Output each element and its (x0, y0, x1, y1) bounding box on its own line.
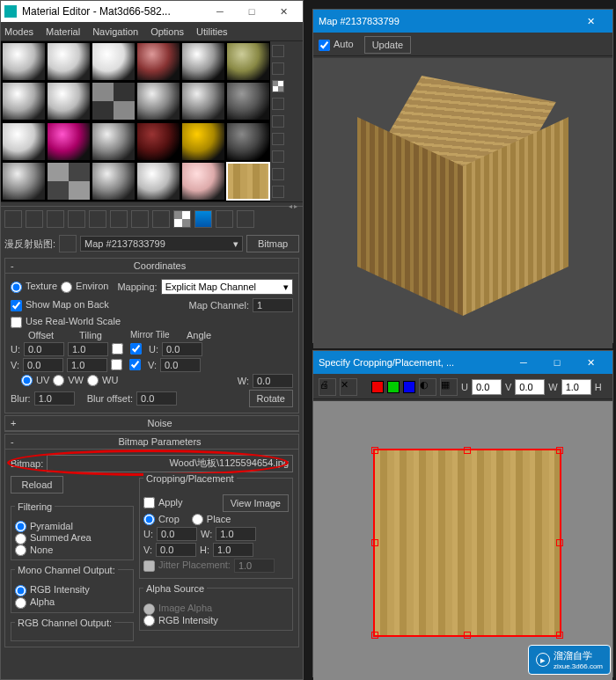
get-material-icon[interactable] (4, 210, 22, 228)
crop-u-field[interactable]: 0.0 (472, 379, 502, 395)
put-to-scene-icon[interactable] (26, 210, 43, 228)
place-radio[interactable]: Place (192, 514, 231, 526)
print-icon[interactable]: 🖨 (319, 378, 336, 396)
maximize-button[interactable]: □ (540, 351, 574, 374)
material-slot[interactable] (2, 82, 46, 121)
make-unique-icon[interactable] (110, 210, 128, 228)
bluroffset-spinner[interactable]: 0.0 (136, 391, 177, 406)
material-map-nav-icon[interactable] (272, 186, 284, 198)
mapping-dropdown[interactable]: Explicit Map Channel▾ (161, 279, 293, 295)
material-slot[interactable] (2, 42, 46, 81)
v-angle-spinner[interactable]: 0.0 (160, 358, 201, 372)
pyramidal-radio[interactable]: Pyramidal (15, 521, 73, 531)
map-preview-titlebar[interactable]: Map #2137833799 ✕ (313, 10, 612, 33)
crop-w-spinner[interactable]: 1.0 (216, 527, 256, 541)
menu-utilities[interactable]: Utilities (196, 26, 227, 37)
material-slot[interactable] (181, 82, 225, 121)
jitter-spinner[interactable]: 1.0 (234, 559, 275, 573)
menu-modes[interactable]: Modes (4, 26, 33, 37)
red-swatch[interactable] (371, 381, 384, 393)
close-button[interactable]: ✕ (574, 351, 607, 374)
bitmap-params-header[interactable]: -Bitmap Parameters (5, 435, 298, 450)
show-map-on-back-check[interactable]: Show Map on Back (11, 299, 109, 311)
mateditor-titlebar[interactable]: Material Editor - Mat3d66-582... ─ □ ✕ (1, 1, 303, 22)
img-alpha-radio[interactable]: Image Alpha (143, 603, 212, 613)
material-slot[interactable] (2, 122, 46, 161)
sample-type-icon[interactable] (272, 45, 284, 57)
menu-navigation[interactable]: Navigation (92, 26, 138, 37)
menu-material[interactable]: Material (46, 26, 80, 37)
assign-material-icon[interactable] (47, 210, 64, 228)
material-slot[interactable] (47, 82, 91, 121)
crop-h-spinner[interactable]: 1.0 (213, 543, 253, 557)
uv-radio[interactable]: UV (21, 375, 49, 387)
view-image-button[interactable]: View Image (223, 494, 289, 512)
select-by-material-icon[interactable] (272, 168, 284, 180)
material-slot[interactable] (92, 42, 136, 81)
crop-viewport[interactable] (313, 401, 612, 680)
material-slot-selected[interactable] (226, 162, 270, 201)
sample-uv-icon[interactable] (272, 98, 284, 110)
mapchannel-spinner[interactable]: 1 (253, 298, 293, 312)
put-to-library-icon[interactable] (131, 210, 149, 228)
material-slot[interactable] (2, 162, 46, 201)
close-icon[interactable]: ✕ (340, 378, 357, 396)
u-tile-check[interactable] (130, 343, 142, 355)
make-copy-icon[interactable] (89, 210, 106, 228)
material-id-icon[interactable] (152, 210, 170, 228)
summed-radio[interactable]: Summed Area (15, 532, 92, 543)
reload-button[interactable]: Reload (11, 476, 63, 494)
rotate-button[interactable]: Rotate (249, 390, 293, 407)
video-color-icon[interactable] (272, 115, 284, 128)
material-slot[interactable] (181, 42, 225, 81)
blur-spinner[interactable]: 1.0 (34, 391, 75, 406)
material-slot[interactable] (47, 42, 91, 81)
mapname-field[interactable]: Map #2137833799▾ (80, 236, 243, 252)
crop-v-field[interactable]: 0.0 (515, 379, 545, 395)
material-slot[interactable] (92, 82, 136, 121)
mono-icon[interactable]: ▦ (440, 378, 458, 396)
apply-check[interactable]: Apply (143, 497, 183, 509)
material-slot[interactable] (92, 162, 136, 201)
noise-header[interactable]: +Noise (5, 416, 298, 431)
material-slot[interactable] (136, 162, 180, 201)
u-offset-spinner[interactable]: 0.0 (24, 342, 64, 356)
material-slot[interactable] (181, 122, 225, 161)
vw-radio[interactable]: VW (53, 375, 84, 387)
crop-radio[interactable]: Crop (143, 514, 180, 526)
none-radio[interactable]: None (15, 545, 53, 555)
background-icon[interactable] (272, 80, 284, 92)
rgbint2-radio[interactable]: RGB Intensity (143, 615, 218, 625)
minimize-button[interactable]: ─ (204, 2, 236, 21)
crop-titlebar[interactable]: Specify Cropping/Placement, ... ─ □ ✕ (313, 351, 612, 374)
map-preview-viewport[interactable] (313, 58, 612, 348)
eyedropper-icon[interactable] (59, 235, 77, 252)
u-tiling-spinner[interactable]: 1.0 (68, 342, 108, 356)
material-slot[interactable] (136, 42, 180, 81)
material-slot[interactable] (226, 122, 270, 161)
w-angle-spinner[interactable]: 0.0 (253, 374, 293, 388)
show-end-result-icon[interactable] (194, 210, 212, 228)
texture-radio[interactable]: Texture (11, 281, 57, 293)
crop-v-spinner[interactable]: 0.0 (156, 543, 196, 557)
reset-map-icon[interactable] (68, 210, 85, 228)
v-tile-check[interactable] (129, 359, 141, 370)
coordinates-header[interactable]: -Coordinates (5, 259, 298, 274)
material-slot[interactable] (181, 162, 225, 201)
alpha-icon[interactable]: ◐ (419, 378, 436, 396)
crop-region[interactable] (373, 449, 561, 637)
u-angle-spinner[interactable]: 0.0 (162, 342, 202, 356)
wu-radio[interactable]: WU (87, 375, 118, 387)
close-button[interactable]: ✕ (268, 2, 299, 21)
crop-u-spinner[interactable]: 0.0 (157, 527, 197, 541)
v-tiling-spinner[interactable]: 1.0 (67, 358, 107, 372)
scroll-arrows[interactable]: ◂ ▸ (289, 202, 297, 206)
material-slot[interactable] (226, 82, 270, 121)
material-slot[interactable] (47, 122, 91, 161)
u-mirror-check[interactable] (112, 343, 123, 355)
jitter-check[interactable]: Jitter Placement: (143, 559, 231, 572)
go-forward-icon[interactable] (237, 210, 254, 228)
material-slot[interactable] (226, 42, 270, 81)
minimize-button[interactable]: ─ (507, 351, 540, 374)
make-preview-icon[interactable] (272, 133, 284, 145)
